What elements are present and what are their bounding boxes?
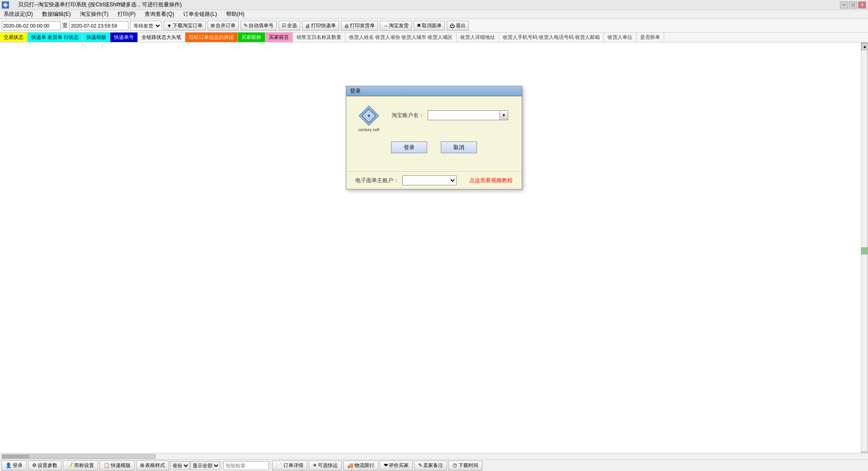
logo-diamond-icon xyxy=(359,106,379,126)
brand-name: century soft xyxy=(359,127,380,132)
login-cancel-button[interactable]: 取消 xyxy=(441,141,477,153)
dialog-footer: 电子面单主账户： 点这里看视频教程 xyxy=(346,171,522,189)
logo-section: century soft 淘宝账户名： ▼ xyxy=(355,105,513,132)
e-account-label: 电子面单主账户： xyxy=(355,177,399,184)
e-account-combo xyxy=(402,175,457,185)
brand-logo: century soft xyxy=(355,105,382,132)
dialog-title-bar: 登录 xyxy=(346,86,522,96)
account-row: 淘宝账户名： ▼ xyxy=(392,110,508,120)
account-input-combo: ▼ xyxy=(428,110,508,120)
dialog-title-text: 登录 xyxy=(350,87,361,95)
dialog-body: century soft 淘宝账户名： ▼ 登录 取消 xyxy=(346,96,522,171)
dialog-overlay: 登录 xyxy=(0,0,868,471)
login-submit-button[interactable]: 登录 xyxy=(391,141,427,153)
account-dropdown-button[interactable]: ▼ xyxy=(500,110,508,120)
video-tutorial-link[interactable]: 点这里看视频教程 xyxy=(469,177,513,184)
e-account-select[interactable] xyxy=(402,175,457,185)
account-input[interactable] xyxy=(428,110,500,120)
account-form: 淘宝账户名： ▼ xyxy=(392,110,508,127)
account-label: 淘宝账户名： xyxy=(392,112,424,119)
dialog-button-row: 登录 取消 xyxy=(355,141,513,153)
login-dialog: 登录 xyxy=(346,86,522,189)
